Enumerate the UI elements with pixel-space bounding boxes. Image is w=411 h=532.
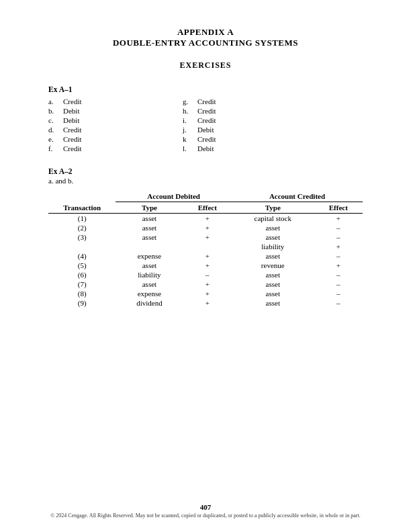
transaction-cell: (3) xyxy=(48,232,116,242)
page-number: 407 xyxy=(0,503,411,511)
item-value: Debit xyxy=(63,116,79,124)
credit-effect-cell: + xyxy=(314,242,363,251)
list-item: c. Debit xyxy=(48,116,183,124)
item-value: Debit xyxy=(197,126,214,134)
debit-effect-cell xyxy=(183,242,232,251)
credit-effect-cell: – xyxy=(314,279,363,289)
credit-effect-header: Effect xyxy=(314,202,363,214)
debit-type-cell: expense xyxy=(116,289,183,298)
list-item: f. Credit xyxy=(48,144,183,152)
transaction-cell: (9) xyxy=(48,298,116,308)
list-item: j. Debit xyxy=(183,126,330,134)
ex2-heading: Ex A–2 xyxy=(48,167,363,175)
debit-effect-cell: – xyxy=(183,270,232,279)
credit-type-cell: asset xyxy=(232,298,314,308)
table-row: (8)expense+asset– xyxy=(48,289,363,298)
item-label: b. xyxy=(48,107,63,115)
credit-effect-cell: – xyxy=(314,251,363,261)
item-value: Credit xyxy=(197,107,216,115)
item-value: Credit xyxy=(197,116,216,124)
credit-effect-cell: – xyxy=(314,223,363,232)
table-row: (4)expense+asset– xyxy=(48,251,363,261)
table-header-group: Account Debited Account Credited xyxy=(48,191,363,202)
account-credited-header: Account Credited xyxy=(232,191,363,202)
transaction-cell: (4) xyxy=(48,251,116,261)
credit-type-cell: liability xyxy=(232,242,314,251)
credit-effect-cell: – xyxy=(314,270,363,279)
ex2-sub: a. and b. xyxy=(48,177,363,185)
ex-a2-section: Ex A–2 a. and b. Account Debited Account… xyxy=(48,167,363,308)
credit-effect-cell: – xyxy=(314,289,363,298)
credit-type-cell: asset xyxy=(232,289,314,298)
table-row: (6)liability–asset– xyxy=(48,270,363,279)
credit-type-cell: asset xyxy=(232,270,314,279)
debit-effect-cell: + xyxy=(183,214,232,224)
credit-effect-cell: + xyxy=(314,261,363,270)
item-label: g. xyxy=(183,97,197,105)
transaction-cell: (6) xyxy=(48,270,116,279)
debit-type-cell: expense xyxy=(116,251,183,261)
table-row: (2)asset+asset– xyxy=(48,223,363,232)
debit-type-cell: liability xyxy=(116,270,183,279)
item-label: l. xyxy=(183,144,197,152)
title-block: APPENDIX A DOUBLE-ENTRY ACCOUNTING SYSTE… xyxy=(48,27,363,48)
item-value: Debit xyxy=(63,107,79,115)
item-label: c. xyxy=(48,116,63,124)
list-item: a. Credit xyxy=(48,97,183,105)
item-value: Credit xyxy=(63,126,82,134)
list-item: e. Credit xyxy=(48,135,183,143)
debit-effect-header: Effect xyxy=(183,202,232,214)
item-label: d. xyxy=(48,126,63,134)
list-item: k Credit xyxy=(183,135,330,143)
table-row: (7)asset+asset– xyxy=(48,279,363,289)
debit-effect-cell: + xyxy=(183,279,232,289)
debit-type-cell: asset xyxy=(116,214,183,224)
accounting-table: Account Debited Account Credited Transac… xyxy=(48,191,363,308)
credit-type-cell: asset xyxy=(232,279,314,289)
list-item: d. Credit xyxy=(48,126,183,134)
item-label: e. xyxy=(48,135,63,143)
debit-effect-cell: + xyxy=(183,223,232,232)
transaction-col-header: Transaction xyxy=(48,202,116,214)
debit-type-header: Type xyxy=(116,202,183,214)
table-row: (1)asset+capital stock+ xyxy=(48,214,363,224)
table-body: (1)asset+capital stock+(2)asset+asset–(3… xyxy=(48,214,363,308)
list-item: b. Debit xyxy=(48,107,183,115)
transaction-cell xyxy=(48,242,116,251)
item-label: i. xyxy=(183,116,197,124)
debit-type-cell: asset xyxy=(116,223,183,232)
debit-type-cell: asset xyxy=(116,261,183,270)
credit-type-header: Type xyxy=(232,202,314,214)
transaction-cell: (5) xyxy=(48,261,116,270)
transaction-cell: (2) xyxy=(48,223,116,232)
table-subheader: Transaction Type Effect Type Effect xyxy=(48,202,363,214)
debit-type-cell: dividend xyxy=(116,298,183,308)
debit-effect-cell: + xyxy=(183,261,232,270)
credit-type-cell: asset xyxy=(232,251,314,261)
debit-type-cell: asset xyxy=(116,279,183,289)
item-value: Credit xyxy=(197,97,216,105)
copyright-text: © 2024 Cengage. All Rights Reserved. May… xyxy=(0,513,411,519)
credit-effect-cell: – xyxy=(314,232,363,242)
debit-type-cell: asset xyxy=(116,232,183,242)
list-item: i. Credit xyxy=(183,116,330,124)
debit-type-cell xyxy=(116,242,183,251)
item-label: f. xyxy=(48,144,63,152)
item-label: h. xyxy=(183,107,197,115)
item-value: Debit xyxy=(197,144,214,152)
subtitle: EXERCISES xyxy=(48,60,363,71)
debit-effect-cell: + xyxy=(183,298,232,308)
item-label: j. xyxy=(183,126,197,134)
item-value: Credit xyxy=(63,97,82,105)
ex1-items-grid: a. Credit b. Debit c. Debit d. Credit e. xyxy=(48,97,363,154)
item-label: a. xyxy=(48,97,63,105)
page: APPENDIX A DOUBLE-ENTRY ACCOUNTING SYSTE… xyxy=(0,0,411,532)
ex1-heading: Ex A–1 xyxy=(48,85,363,93)
debit-effect-cell: + xyxy=(183,289,232,298)
item-value: Credit xyxy=(63,144,82,152)
table-row: (3)asset+asset– xyxy=(48,232,363,242)
ex1-right-col: g. Credit h. Credit i. Credit j. Debit k xyxy=(183,97,330,154)
transaction-cell: (1) xyxy=(48,214,116,224)
title-line1: APPENDIX A xyxy=(48,27,363,38)
col-transaction-header xyxy=(48,191,116,202)
